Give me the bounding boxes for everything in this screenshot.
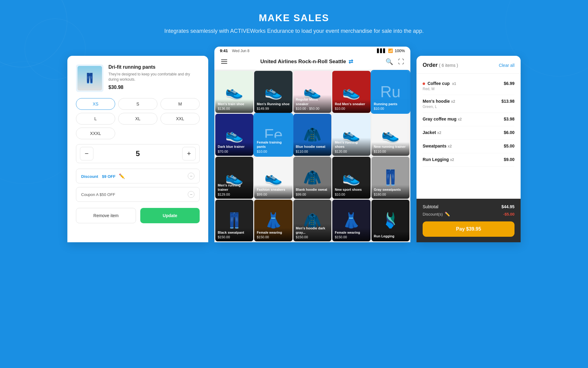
product-card-female-training-pants[interactable]: Fe Female training pants $10.00 [254, 114, 292, 156]
action-buttons: Remove item Update [76, 208, 200, 223]
order-footer: Subtotal $44.95 Discount(s) ✏️ -$5.00 Pa… [417, 199, 521, 242]
discount-footer-row: Discount(s) ✏️ -$5.00 [423, 212, 514, 217]
order-panel: Order ( 6 items ) Clear all Coffee cup x… [417, 56, 521, 242]
product-card-mens-running-trainer[interactable]: 👟 Men's running trainer $129.00 [215, 157, 253, 199]
product-card-mens-hoodie-dark-gray[interactable]: 🧥 Men's hoodie dark gray... $150.00 [293, 200, 331, 242]
discount-label: Discount $9 OFF ✏️ [81, 173, 125, 179]
update-button[interactable]: Update [140, 208, 200, 223]
subtotal-label: Subtotal [423, 204, 438, 209]
page-title: MAKE SALES [6, 12, 582, 24]
product-card-blue-hoodie[interactable]: 🧥 Blue hoodie sweat $110.00 [293, 114, 331, 156]
product-card-train-shoe[interactable]: 👟 Men's train shoe $136.00 [215, 71, 253, 113]
subtotal-row: Subtotal $44.95 [423, 204, 514, 209]
order-header: Order ( 6 items ) Clear all [417, 56, 521, 74]
product-info: Dri-fit running pants They're designed t… [108, 64, 200, 92]
product-card-female-wearing-2[interactable]: 👗 Female wearing $150.00 [332, 200, 370, 242]
product-card-black-sweatpant[interactable]: 👖 Black sweatpant $150.00 [215, 200, 253, 242]
order-item-run-legging: Run Legging x2 $9.00 [423, 153, 514, 167]
topbar-icons: 🔍 ⛶ [386, 58, 404, 65]
coupon-remove-button[interactable]: − [188, 191, 194, 198]
page-subtitle: Integrates seamlessly with ACTIVEWorks E… [6, 28, 582, 34]
product-card-running-shoe[interactable]: 👟 Men's Running shoe $149.99 [254, 71, 292, 113]
size-xxl[interactable]: XXL [160, 113, 200, 125]
size-xl[interactable]: XL [118, 113, 157, 125]
order-items-list: Coffee cup x1 Red, M $6.99 Men's hoodie … [417, 74, 521, 199]
product-card-regular-sneaker[interactable]: 👟 Regular Mens sneaker $10.00 - $50.00 [293, 71, 331, 113]
order-item-mens-hoodie: Men's hoodie x2 Green, L $13.98 [423, 95, 514, 113]
size-s[interactable]: S [118, 98, 157, 110]
discount-remove-button[interactable]: − [188, 173, 194, 179]
status-bar: 9:41 Wed Jun 8 ▋▋▋ 📶 100% [214, 47, 410, 54]
product-name: Dri-fit running pants [108, 64, 200, 70]
product-header: 👖 Dri-fit running pants They're designed… [76, 64, 200, 92]
transfer-icon[interactable]: ⇄ [349, 58, 353, 65]
product-card-new-running-trainer[interactable]: 👟 New running trainer $110.00 [371, 114, 409, 156]
quantity-value: 5 [136, 149, 140, 158]
expand-icon[interactable]: ⛶ [398, 58, 404, 65]
store-topbar: United Airlines Rock-n-Roll Seattle ⇄ 🔍 … [214, 54, 410, 70]
products-grid: 👟 Men's train shoe $136.00 👟 Men's Runni… [214, 70, 410, 242]
order-item-sweatpants: Sweatpants x2 $5.00 [423, 140, 514, 153]
coupon-row: Coupon A $50 OFF − [76, 187, 200, 202]
discount-edit-icon-footer[interactable]: ✏️ [445, 212, 450, 217]
remove-item-button[interactable]: Remove item [76, 208, 136, 223]
wifi-icon: 📶 [388, 48, 393, 53]
quantity-control: − 5 + [76, 144, 200, 163]
discount-amount: $9 OFF [102, 174, 115, 179]
size-l[interactable]: L [76, 113, 115, 125]
main-wrapper: 👖 Dri-fit running pants They're designed… [0, 47, 588, 242]
search-icon[interactable]: 🔍 [386, 58, 393, 65]
order-item-jacket: Jacket x2 $6.00 [423, 126, 514, 140]
order-title-group: Order ( 6 items ) [423, 62, 458, 68]
product-card-female-wearing-1[interactable]: 👗 Female wearing $150.00 [254, 200, 292, 242]
coupon-label: Coupon A $50 OFF [81, 192, 115, 197]
discount-label-text: Discount [81, 174, 98, 179]
product-card-run-legging[interactable]: 🩱 Run Legging [371, 200, 409, 242]
size-selector: XS S M L XL XXL XXXL [76, 98, 200, 139]
order-item-gray-coffee-mug: Gray coffee mug x2 $3.98 [423, 113, 514, 126]
hamburger-menu-icon[interactable] [221, 59, 228, 64]
time-display: 9:41 Wed Jun 8 [220, 48, 250, 53]
pay-button[interactable]: Pay $39.95 [423, 221, 514, 237]
signal-icon: ▋▋▋ [377, 48, 386, 53]
status-icons: ▋▋▋ 📶 100% [377, 48, 405, 53]
discount-edit-icon[interactable]: ✏️ [119, 174, 125, 179]
product-card-new-sport-shoes[interactable]: 👟 New sport shoes $10.00 [332, 157, 370, 199]
order-item-coffee-cup: Coffee cup x1 Red, M $6.99 [423, 77, 514, 95]
store-name: United Airlines Rock-n-Roll Seattle ⇄ [260, 58, 353, 65]
product-card-blank-hoodie[interactable]: 🧥 Blank hoodie sweat $99.00 [293, 157, 331, 199]
product-card-dark-blue-trainer[interactable]: 👟 Dark blue trainer $70.00 [215, 114, 253, 156]
order-count: ( 6 items ) [439, 63, 458, 68]
product-detail-panel: 👖 Dri-fit running pants They're designed… [67, 56, 208, 242]
product-card-red-sneaker[interactable]: 👟 Red Men's sneaker $10.00 [332, 71, 370, 113]
product-grid-panel: 9:41 Wed Jun 8 ▋▋▋ 📶 100% United Airline… [214, 47, 410, 242]
running-pants-placeholder: Ru [380, 82, 401, 101]
discount-footer-value: -$5.00 [503, 212, 514, 217]
quantity-increase[interactable]: + [182, 147, 196, 160]
product-image: 👖 [76, 64, 104, 92]
discount-footer-label: Discount(s) ✏️ [423, 212, 450, 217]
size-m[interactable]: M [160, 98, 200, 110]
page-header: MAKE SALES Integrates seamlessly with AC… [0, 0, 588, 44]
product-card-fashion-sneakers[interactable]: 👟 Fashion sneakers $99.00 [254, 157, 292, 199]
size-xxxl[interactable]: XXXL [76, 128, 115, 139]
size-xs[interactable]: XS [76, 98, 115, 110]
clear-all-button[interactable]: Clear all [499, 63, 514, 68]
subtotal-value: $44.95 [501, 204, 514, 209]
product-card-mens-running-shoes[interactable]: 👟 Men's running shoes $120.00 [332, 114, 370, 156]
product-card-gray-sweatpants[interactable]: 👖 Gray sweatpants $180.00 [371, 157, 409, 199]
product-description: They're designed to keep you comfortable… [108, 72, 200, 82]
product-price: $30.98 [108, 85, 200, 90]
quantity-decrease[interactable]: − [80, 147, 93, 160]
coffee-dot-icon [423, 82, 425, 85]
order-title: Order [423, 62, 438, 68]
discount-row: Discount $9 OFF ✏️ − [76, 169, 200, 183]
battery-text: 100% [395, 48, 405, 53]
product-card-running-pants[interactable]: Ru Running pants $10.00 [371, 71, 409, 113]
